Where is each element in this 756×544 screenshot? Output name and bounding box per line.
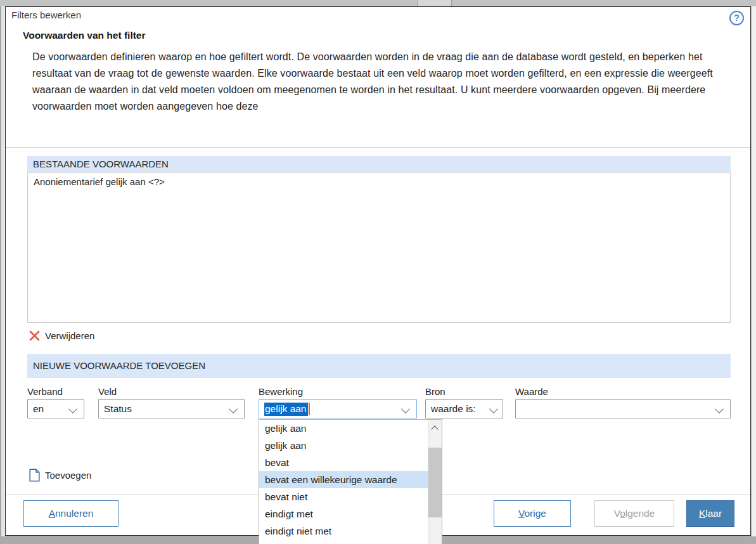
delete-button-label: Verwijderen [45, 330, 94, 341]
veld-select[interactable]: Status [98, 399, 245, 418]
dropdown-option[interactable]: bevat [259, 454, 428, 471]
bron-label: Bron [425, 386, 445, 397]
bron-select[interactable]: waarde is: [425, 399, 503, 418]
dropdown-option-highlighted[interactable]: bevat een willekeurige waarde [259, 471, 428, 488]
verband-select[interactable]: en [27, 399, 84, 418]
conditions-heading: Voorwaarden van het filter [23, 30, 146, 41]
chevron-down-icon [489, 405, 498, 413]
delete-x-icon [29, 330, 40, 341]
dropdown-option[interactable]: gelijk aan [259, 437, 428, 454]
add-condition-button[interactable]: Toevoegen [29, 468, 91, 482]
waarde-label: Waarde [515, 386, 548, 397]
chevron-down-icon [715, 405, 724, 413]
text-cursor [309, 403, 310, 415]
header-separator [6, 147, 750, 148]
chevron-down-icon [68, 405, 77, 413]
condition-list-item[interactable]: Anoniementarief gelijk aan <?> [28, 173, 730, 190]
dropdown-option[interactable]: eindigt met [259, 505, 428, 522]
add-button-label: Toevoegen [45, 470, 91, 481]
veld-select-value: Status [104, 403, 132, 415]
new-condition-header: NIEUWE VOORWAARDE TOEVOEGEN [27, 354, 731, 378]
delete-condition-button[interactable]: Verwijderen [29, 329, 94, 342]
cancel-button[interactable]: Annuleren [23, 500, 119, 527]
bewerking-dropdown-list: gelijk aan gelijk aan bevat bevat een wi… [259, 419, 442, 544]
bewerking-label: Bewerking [259, 386, 303, 397]
scrollbar-up-button[interactable] [428, 420, 442, 436]
scrollbar-thumb[interactable] [428, 448, 442, 517]
help-icon[interactable]: ? [729, 11, 744, 25]
existing-conditions-listbox[interactable]: Anoniementarief gelijk aan <?> [27, 172, 731, 323]
background-window-right-strip [752, 6, 756, 536]
bron-select-value: waarde is: [431, 403, 476, 415]
next-button-disabled[interactable]: Volgende [594, 500, 674, 527]
chevron-up-icon [431, 425, 438, 432]
waarde-select[interactable] [515, 399, 731, 418]
dropdown-option[interactable]: gelijk aan [259, 420, 428, 437]
chevron-down-icon [229, 405, 238, 413]
background-window-header-segment [418, 0, 452, 6]
dropdown-option[interactable]: bevat niet [259, 488, 428, 505]
veld-label: Veld [98, 386, 117, 397]
bewerking-selected-text: gelijk aan [264, 403, 308, 416]
chevron-down-icon [401, 405, 410, 413]
existing-conditions-header: BESTAANDE VOORWAARDEN [27, 156, 731, 172]
bewerking-combobox[interactable]: gelijk aan [259, 399, 417, 418]
dropdown-option[interactable]: eindigt niet met [259, 522, 428, 540]
conditions-description: De voorwaarden definieren waarop en hoe … [32, 49, 714, 115]
verband-label: Verband [27, 386, 63, 397]
done-button[interactable]: Klaar [686, 500, 734, 527]
dialog-title: Filters bewerken [11, 10, 81, 20]
verband-select-value: en [33, 403, 44, 415]
dropdown-scrollbar[interactable] [428, 420, 442, 544]
filters-edit-dialog: Filters bewerken ? Voorwaarden van het f… [5, 6, 751, 536]
previous-button[interactable]: Vorige [494, 500, 571, 527]
screen: Filters bewerken ? Voorwaarden van het f… [0, 0, 756, 544]
new-document-icon [29, 469, 40, 482]
background-window-left-strip [0, 6, 5, 536]
background-window-top-strip [0, 0, 756, 6]
